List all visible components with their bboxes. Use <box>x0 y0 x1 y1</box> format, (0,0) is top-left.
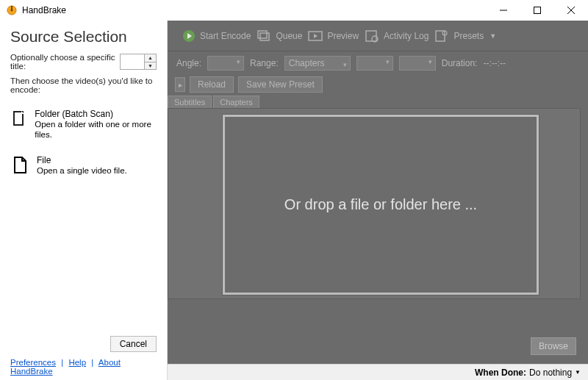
titlebar: HandBrake <box>0 0 588 21</box>
file-icon <box>10 155 29 176</box>
chevron-down-icon: ▼ <box>575 369 581 376</box>
range-label: Range: <box>250 58 279 68</box>
activity-log-button: Activity Log <box>365 29 429 43</box>
preview-button: Preview <box>308 29 359 43</box>
svg-rect-4 <box>534 7 541 14</box>
queue-label: Queue <box>276 31 302 41</box>
svg-rect-18 <box>15 112 22 124</box>
tab-subtitles: Subtitles <box>168 96 212 108</box>
presets-label: Presets <box>453 31 484 41</box>
open-file-desc: Open a single video file. <box>37 165 127 176</box>
drop-zone[interactable]: Or drop a file or folder here ... <box>223 115 539 295</box>
angle-label: Angle: <box>176 58 201 68</box>
presets-icon <box>434 29 449 43</box>
range-start-select: ▾ <box>356 56 393 71</box>
svg-rect-15 <box>436 31 445 41</box>
specific-title-input[interactable] <box>120 54 145 70</box>
browse-button: Browse <box>531 337 576 355</box>
tab-chapters: Chapters <box>213 96 259 108</box>
maximize-button[interactable] <box>520 0 554 21</box>
specific-title-label: Optionally choose a specific title: <box>10 53 115 71</box>
range-mode-value: Chapters <box>289 58 325 68</box>
open-file-option[interactable]: File Open a single video file. <box>10 155 157 176</box>
svg-rect-10 <box>260 33 269 40</box>
spinner-up-button[interactable]: ▲ <box>145 54 156 62</box>
duration-value: --:--:-- <box>483 58 506 68</box>
minimize-button[interactable] <box>487 0 520 21</box>
drop-zone-text: Or drop a file or folder here ... <box>284 196 477 213</box>
reload-button: Reload <box>190 76 234 93</box>
window-title: HandBrake <box>22 5 66 15</box>
open-file-title: File <box>37 155 127 165</box>
activity-log-icon <box>365 29 379 43</box>
footer-links: Preferences | Help | About HandBrake <box>10 358 157 376</box>
window-buttons <box>487 0 588 21</box>
duration-label: Duration: <box>442 58 478 68</box>
preview-label: Preview <box>327 31 359 41</box>
when-done-value[interactable]: Do nothing <box>529 368 572 378</box>
start-encode-label: Start Encode <box>200 31 251 41</box>
chevron-down-icon: ▼ <box>490 32 496 40</box>
when-done-label: When Done: <box>475 368 526 378</box>
queue-icon <box>257 29 271 43</box>
close-button[interactable] <box>554 0 588 21</box>
help-link[interactable]: Help <box>68 358 86 367</box>
source-selection-panel: Source Selection Optionally choose a spe… <box>0 21 168 380</box>
range-mode-select: Chapters▾ <box>284 56 351 71</box>
presets-button: Presets ▼ <box>434 29 496 43</box>
spinner-down-button[interactable]: ▼ <box>145 62 156 70</box>
range-end-select: ▾ <box>399 56 436 71</box>
folder-icon <box>10 109 27 140</box>
start-encode-button: Start Encode <box>182 29 251 43</box>
open-folder-desc: Open a folder with one or more files. <box>35 119 157 140</box>
open-folder-title: Folder (Batch Scan) <box>35 109 157 119</box>
queue-button: Queue <box>257 29 302 43</box>
svg-marker-12 <box>314 34 318 38</box>
preview-icon <box>308 29 323 43</box>
angle-select: ▾ <box>207 56 244 71</box>
preferences-link[interactable]: Preferences <box>10 358 56 367</box>
play-icon <box>182 29 196 43</box>
save-new-preset-button: Save New Preset <box>238 76 323 93</box>
svg-rect-9 <box>258 31 267 38</box>
expand-preset-button: ▸ <box>175 77 185 92</box>
open-folder-option[interactable]: Folder (Batch Scan) Open a folder with o… <box>10 109 157 140</box>
cancel-button[interactable]: Cancel <box>110 336 157 352</box>
panel-heading: Source Selection <box>10 28 157 46</box>
specific-title-spinner[interactable]: ▲ ▼ <box>120 54 157 70</box>
svg-point-2 <box>11 10 13 12</box>
handbrake-icon <box>6 4 18 16</box>
activity-log-label: Activity Log <box>384 31 429 41</box>
choose-video-hint: Then choose the video(s) you'd like to e… <box>10 76 157 94</box>
